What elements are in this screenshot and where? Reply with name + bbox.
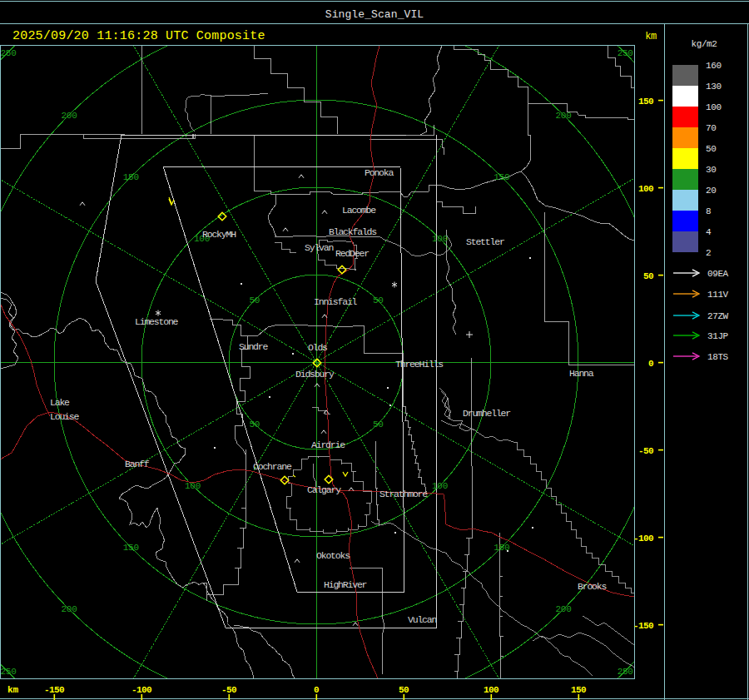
svg-text:30: 30 — [706, 165, 716, 175]
svg-text:50: 50 — [643, 271, 653, 281]
svg-text:09EA: 09EA — [707, 269, 729, 279]
svg-text:ThreeHills: ThreeHills — [395, 359, 443, 370]
svg-text:RockyMH: RockyMH — [202, 229, 236, 240]
svg-text:HighRiver: HighRiver — [324, 579, 367, 590]
svg-text:km: km — [645, 31, 657, 42]
svg-text:Vulcan: Vulcan — [408, 614, 437, 625]
svg-text:18TS: 18TS — [707, 352, 729, 362]
svg-text:250: 250 — [1, 48, 17, 58]
svg-text:111V: 111V — [707, 290, 729, 300]
svg-text:2025/09/20 11:16:28 UTC Compos: 2025/09/20 11:16:28 UTC Composite — [12, 29, 265, 43]
svg-text:-150: -150 — [44, 685, 64, 695]
svg-text:Cochrane: Cochrane — [253, 461, 292, 472]
svg-text:130: 130 — [706, 82, 722, 92]
svg-text:50: 50 — [399, 685, 409, 695]
svg-text:Didsbury: Didsbury — [295, 369, 335, 380]
svg-text:160: 160 — [706, 61, 722, 71]
svg-text:8: 8 — [706, 206, 711, 216]
svg-text:km: km — [7, 685, 18, 695]
svg-text:-50: -50 — [638, 446, 653, 456]
svg-text:250: 250 — [618, 667, 633, 677]
svg-text:Banff: Banff — [125, 459, 150, 469]
svg-text:Brooks: Brooks — [578, 581, 607, 592]
svg-text:0: 0 — [314, 685, 319, 695]
svg-text:100: 100 — [185, 481, 201, 491]
svg-text:50: 50 — [373, 420, 384, 429]
svg-text:Sylvan: Sylvan — [305, 242, 334, 253]
svg-text:100: 100 — [432, 234, 448, 244]
svg-text:20: 20 — [706, 186, 716, 196]
svg-text:2: 2 — [706, 248, 711, 258]
svg-text:31JP: 31JP — [707, 331, 729, 341]
svg-text:-100: -100 — [633, 534, 653, 544]
svg-text:Olds: Olds — [308, 342, 327, 353]
svg-text:100: 100 — [484, 685, 499, 695]
svg-text:Lacombe: Lacombe — [342, 205, 376, 216]
svg-text:150: 150 — [123, 543, 139, 553]
svg-text:Ponoka: Ponoka — [365, 167, 394, 178]
svg-text:250: 250 — [618, 48, 633, 58]
svg-text:100: 100 — [638, 184, 653, 194]
svg-text:50: 50 — [373, 295, 384, 305]
svg-text:200: 200 — [62, 111, 77, 121]
svg-text:RedDeer: RedDeer — [335, 248, 369, 259]
svg-text:150: 150 — [123, 172, 139, 182]
svg-text:100: 100 — [706, 102, 722, 112]
svg-text:Drumheller: Drumheller — [463, 408, 510, 419]
svg-text:0: 0 — [648, 359, 653, 369]
svg-text:150: 150 — [638, 97, 653, 107]
svg-text:50: 50 — [249, 420, 260, 429]
svg-text:150: 150 — [494, 172, 509, 182]
svg-text:-50: -50 — [221, 685, 236, 695]
svg-text:Hanna: Hanna — [569, 368, 594, 379]
svg-text:Lake: Lake — [50, 397, 70, 408]
svg-text:Limestone: Limestone — [135, 316, 179, 327]
svg-text:Sundre: Sundre — [239, 341, 269, 352]
svg-text:250: 250 — [1, 667, 17, 677]
svg-text:Airdrie: Airdrie — [311, 439, 345, 450]
svg-text:200: 200 — [556, 604, 572, 614]
svg-text:70: 70 — [706, 123, 716, 133]
svg-text:Calgary: Calgary — [307, 484, 341, 495]
svg-text:Innisfail: Innisfail — [314, 296, 358, 307]
svg-text:-100: -100 — [131, 685, 151, 695]
svg-text:Single_Scan_VIL: Single_Scan_VIL — [325, 8, 424, 21]
svg-text:200: 200 — [556, 111, 572, 121]
svg-text:150: 150 — [571, 685, 586, 695]
svg-text:Louise: Louise — [50, 411, 80, 422]
svg-text:27ZW: 27ZW — [707, 311, 729, 321]
svg-text:Strathmore: Strathmore — [379, 489, 428, 499]
svg-text:100: 100 — [432, 481, 448, 491]
svg-text:4: 4 — [706, 227, 712, 237]
svg-text:-150: -150 — [633, 621, 653, 631]
svg-text:Okotoks: Okotoks — [316, 550, 350, 561]
svg-text:50: 50 — [249, 295, 260, 305]
svg-text:Blackfalds: Blackfalds — [329, 226, 376, 237]
svg-text:Stettler: Stettler — [466, 236, 504, 247]
svg-text:200: 200 — [62, 604, 77, 614]
svg-text:kg/m2: kg/m2 — [691, 39, 717, 49]
svg-text:50: 50 — [706, 144, 716, 154]
